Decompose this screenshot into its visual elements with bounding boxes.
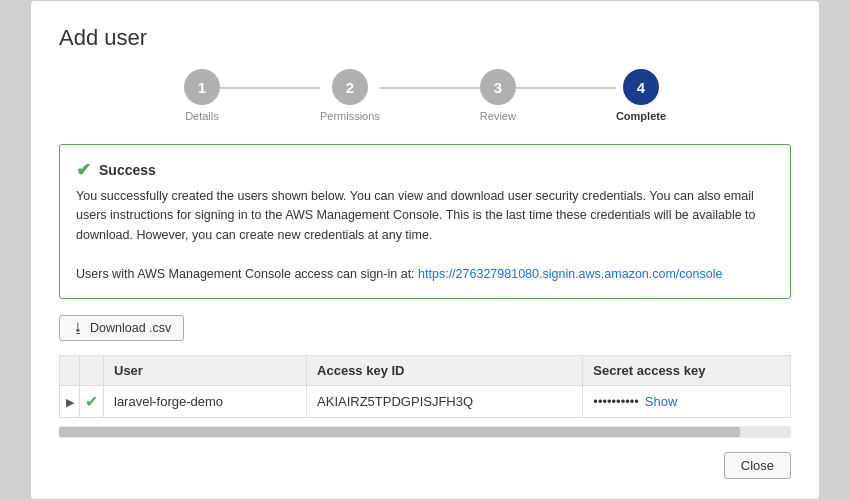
step-circle-4: 4 — [623, 69, 659, 105]
show-secret-key-link[interactable]: Show — [645, 394, 678, 409]
expand-cell[interactable]: ▶ — [60, 385, 80, 417]
secret-key-masked: •••••••••• — [593, 394, 639, 409]
step-label-4: Complete — [616, 110, 666, 122]
col-user: User — [104, 355, 307, 385]
users-table: User Access key ID Secret access key ▶ ✔… — [59, 355, 791, 418]
scrollbar-thumb — [59, 427, 740, 437]
step-label-1: Details — [185, 110, 219, 122]
success-box: ✔ Success You successfully created the u… — [59, 144, 791, 299]
horizontal-scrollbar[interactable] — [59, 426, 791, 438]
card-footer: Close — [59, 452, 791, 479]
step-connector-1-2 — [220, 87, 320, 89]
secret-key-cell: •••••••••• Show — [583, 385, 791, 417]
page-title: Add user — [59, 25, 791, 51]
step-connector-3-4 — [516, 87, 616, 89]
step-circle-1: 1 — [184, 69, 220, 105]
add-user-card: Add user 1 Details 2 Permissions 3 Revie… — [30, 0, 820, 500]
step-circle-3: 3 — [480, 69, 516, 105]
step-4: 4 Complete — [616, 69, 666, 122]
download-icon: ⭳ — [72, 321, 85, 335]
stepper: 1 Details 2 Permissions 3 Review 4 Compl… — [59, 69, 791, 122]
step-label-2: Permissions — [320, 110, 380, 122]
step-1: 1 Details — [184, 69, 220, 122]
col-check — [80, 355, 104, 385]
col-expand — [60, 355, 80, 385]
step-3: 3 Review — [480, 69, 516, 122]
expand-row-icon[interactable]: ▶ — [66, 396, 74, 408]
close-button[interactable]: Close — [724, 452, 791, 479]
col-access-key: Access key ID — [307, 355, 583, 385]
step-connector-2-3 — [380, 87, 480, 89]
step-circle-2: 2 — [332, 69, 368, 105]
check-cell: ✔ — [80, 385, 104, 417]
step-label-3: Review — [480, 110, 516, 122]
access-key-cell: AKIAIRZ5TPDGPISJFH3Q — [307, 385, 583, 417]
col-secret-key: Secret access key — [583, 355, 791, 385]
success-checkmark-icon: ✔ — [76, 159, 91, 181]
row-success-icon: ✔ — [85, 393, 98, 410]
download-csv-button[interactable]: ⭳ Download .csv — [59, 315, 184, 341]
table-row: ▶ ✔ laravel-forge-demo AKIAIRZ5TPDGPISJF… — [60, 385, 791, 417]
step-2: 2 Permissions — [320, 69, 380, 122]
signin-link[interactable]: https://276327981080.signin.aws.amazon.c… — [418, 267, 722, 281]
username-cell: laravel-forge-demo — [104, 385, 307, 417]
success-title: ✔ Success — [76, 159, 774, 181]
success-body: You successfully created the users shown… — [76, 187, 774, 284]
